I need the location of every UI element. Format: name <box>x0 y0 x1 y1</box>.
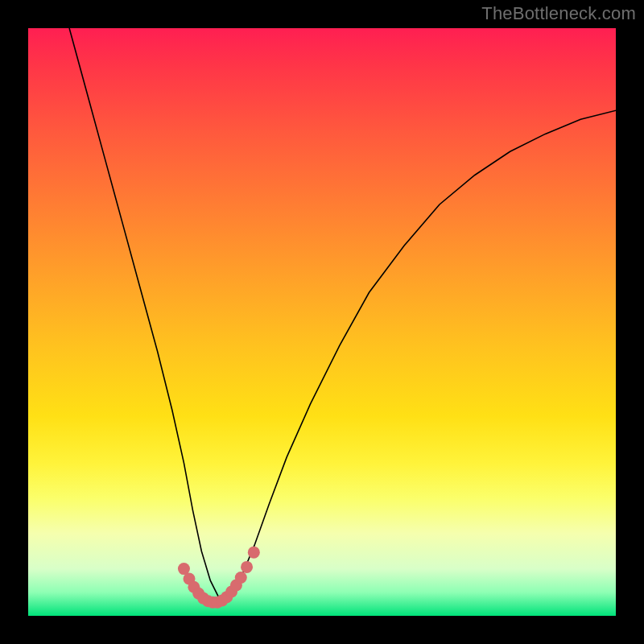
marker-group <box>178 547 260 609</box>
marker-dot <box>235 572 247 584</box>
bottleneck-curve <box>69 28 616 598</box>
plot-area <box>28 28 616 616</box>
watermark-text: TheBottleneck.com <box>481 3 636 24</box>
chart-frame: TheBottleneck.com <box>0 0 644 644</box>
chart-svg <box>28 28 616 616</box>
marker-dot <box>248 547 260 559</box>
marker-dot <box>241 561 253 573</box>
